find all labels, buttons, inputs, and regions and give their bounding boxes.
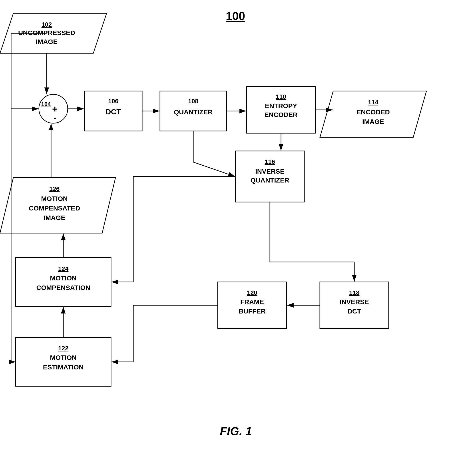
node-126-label3: IMAGE	[44, 214, 65, 221]
node-122-id: 122	[58, 345, 69, 352]
node-118-id: 118	[349, 289, 360, 296]
node-120-label1: FRAME	[240, 298, 264, 306]
node-108-label: QUANTIZER	[174, 108, 213, 116]
node-118-label1: INVERSE	[340, 298, 369, 306]
node-106-id: 106	[108, 98, 119, 104]
node-126-id: 126	[49, 185, 60, 192]
node-104-plus: +	[52, 104, 58, 114]
node-118-label2: DCT	[347, 307, 361, 315]
node-102-label2: IMAGE	[36, 38, 57, 45]
node-102-id: 102	[42, 21, 52, 28]
node-120-id: 120	[247, 289, 257, 296]
diagram-title: 100	[226, 10, 245, 22]
node-124-label1: MOTION	[50, 274, 77, 282]
node-124-label2: COMPENSATION	[36, 284, 90, 291]
node-120-label2: BUFFER	[239, 307, 266, 315]
node-124-id: 124	[58, 265, 69, 272]
node-102-label1: UNCOMPRESSED	[18, 29, 75, 36]
arrow-108-116-vert2	[193, 162, 235, 176]
node-104-minus: -	[54, 114, 56, 122]
node-106-label: DCT	[105, 107, 121, 116]
node-124	[16, 257, 111, 306]
node-122-label1: MOTION	[50, 354, 77, 361]
fig-label: FIG. 1	[220, 425, 252, 438]
node-116-label1: INVERSE	[255, 168, 284, 175]
node-110-label1: ENTROPY	[265, 102, 297, 109]
node-116-label2: QUANTIZER	[251, 176, 289, 184]
node-114-label1: ENCODED	[356, 108, 390, 116]
node-114-id: 114	[368, 99, 379, 106]
diagram-container: 100 102 UNCOMPRESSED IMAGE 104 + - 106 D…	[0, 0, 472, 476]
node-122-label2: ESTIMATION	[43, 363, 84, 371]
node-108-id: 108	[188, 98, 199, 104]
node-104-id: 104	[41, 101, 51, 107]
node-126-label1: MOTION	[41, 195, 68, 202]
node-114-label2: IMAGE	[362, 118, 384, 125]
node-116-id: 116	[265, 158, 275, 165]
node-126-label2: COMPENSATED	[29, 204, 80, 212]
node-110-label2: ENCODER	[264, 111, 298, 118]
node-110-id: 110	[276, 93, 286, 100]
